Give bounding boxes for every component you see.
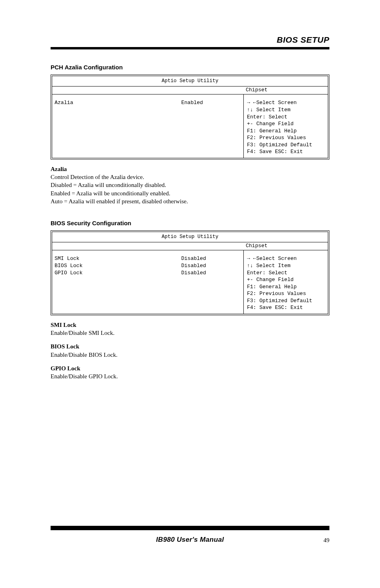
desc-line: Enable/Disable BIOS Lock.	[51, 351, 329, 359]
hint-line: F2: Previous Values	[247, 134, 325, 142]
hint-line: → ←Select Screen	[247, 255, 325, 262]
hint-line: Enter: Select	[247, 114, 325, 121]
bios-subhead: Chipset	[52, 242, 328, 251]
hint-line: → ←Select Screen	[247, 99, 325, 106]
desc-line: Enable/Disable GPIO Lock.	[51, 372, 329, 380]
hint-line: F3: Optimized Default	[247, 297, 325, 305]
bios-tab-chipset: Chipset	[246, 242, 325, 250]
page-number: 49	[323, 537, 329, 544]
bios-subhead: Chipset	[52, 87, 328, 95]
bios-box-azalia: Aptio Setup Utility Chipset Azalia Enabl…	[51, 75, 329, 159]
setting-value-smilock[interactable]: Disabled	[181, 255, 241, 262]
footer-rule	[51, 526, 329, 530]
hint-line: F1: General Help	[247, 283, 325, 291]
hint-line: F4: Save ESC: Exit	[247, 148, 325, 155]
setting-value-gpiolock[interactable]: Disabled	[181, 269, 241, 277]
setting-value-azalia[interactable]: Enabled	[181, 99, 241, 106]
setting-label-azalia: Azalia	[55, 99, 181, 106]
desc-line: Auto = Azalia will enabled if present, d…	[51, 197, 329, 205]
page-footer: IB980 User's Manual 49	[51, 526, 329, 544]
bios-left-panel: Azalia Enabled	[52, 94, 243, 157]
bios-head: Aptio Setup Utility	[52, 232, 328, 242]
hint-line: Enter: Select	[247, 269, 325, 277]
setting-label-bioslock: BIOS Lock	[55, 262, 181, 269]
section-title-azalia: PCH Azalia Configuration	[51, 64, 329, 71]
desc-heading-azalia: Azalia	[51, 165, 329, 173]
section-title-bios-sec: BIOS Security Configuration	[51, 220, 329, 226]
desc-line: Enabled = Azalia will be unconditionally…	[51, 189, 329, 197]
header-rule	[51, 47, 329, 49]
desc-heading-gpiolock: GPIO Lock	[51, 364, 329, 372]
desc-line: Enable/Disable SMI Lock.	[51, 329, 329, 337]
hint-line: ↑↓ Select Item	[247, 106, 325, 114]
page-header-title: BIOS SETUP	[51, 35, 329, 45]
footer-title: IB980 User's Manual	[51, 536, 329, 544]
setting-label-gpiolock: GPIO Lock	[55, 269, 181, 277]
bios-box-security: Aptio Setup Utility Chipset SMI Lock Dis…	[51, 230, 329, 315]
desc-line: Control Detection of the Azalia device.	[51, 173, 329, 181]
desc-heading-bioslock: BIOS Lock	[51, 342, 329, 350]
desc-line: Disabled = Azalia will unconditionally d…	[51, 181, 329, 189]
hint-line: +- Change Field	[247, 120, 325, 128]
hint-line: +- Change Field	[247, 276, 325, 283]
desc-heading-smilock: SMI Lock	[51, 321, 329, 329]
hint-line: F2: Previous Values	[247, 290, 325, 297]
hint-line: F3: Optimized Default	[247, 142, 325, 149]
bios-head: Aptio Setup Utility	[52, 76, 328, 87]
setting-value-bioslock[interactable]: Disabled	[181, 262, 241, 269]
bios-tab-chipset: Chipset	[246, 87, 325, 94]
bios-hints-panel: → ←Select Screen ↑↓ Select Item Enter: S…	[243, 94, 328, 157]
hint-line: F1: General Help	[247, 128, 325, 135]
setting-label-smilock: SMI Lock	[55, 255, 181, 262]
bios-left-panel: SMI Lock Disabled BIOS Lock Disabled GPI…	[52, 250, 243, 313]
hint-line: ↑↓ Select Item	[247, 262, 325, 269]
hint-line: F4: Save ESC: Exit	[247, 304, 325, 311]
bios-hints-panel: → ←Select Screen ↑↓ Select Item Enter: S…	[243, 250, 328, 313]
